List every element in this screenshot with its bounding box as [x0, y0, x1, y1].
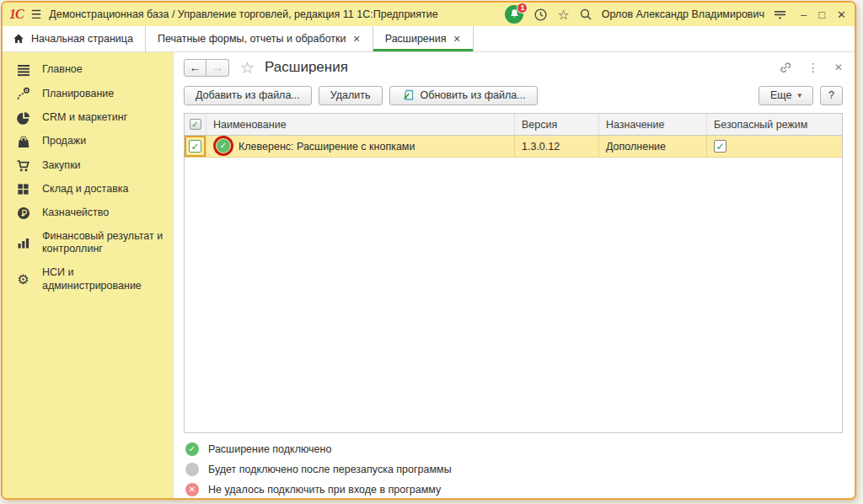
update-from-file-icon: [401, 88, 415, 102]
legend-item-pending: Будет подключено после перезапуска прогр…: [185, 461, 843, 477]
sidebar-item-sales[interactable]: Продажи: [3, 130, 173, 153]
extensions-table: ✓ Наименование Версия Назначение Безопас…: [184, 113, 843, 433]
row-name-cell[interactable]: ✓ Клеверенс: Расширение с кнопками: [206, 136, 515, 157]
sidebar-item-label: Главное: [42, 63, 83, 77]
back-button[interactable]: ←: [184, 59, 206, 77]
tab-close-icon[interactable]: ✕: [353, 34, 361, 45]
close-panel-icon[interactable]: ✕: [834, 62, 843, 73]
status-legend: ✓ Расширение подключено Будет подключено…: [174, 433, 855, 497]
tab-print-forms[interactable]: Печатные формы, отчеты и обработки ✕: [146, 26, 373, 51]
sidebar-item-admin[interactable]: ⚙ НСИ и администрирование: [3, 261, 173, 298]
select-all-checkbox-icon: ✓: [190, 119, 201, 130]
sidebar-item-planning[interactable]: Планирование: [3, 82, 173, 106]
tab-home-label: Начальная страница: [31, 33, 133, 45]
home-icon: [13, 33, 24, 45]
list-icon: [15, 63, 31, 77]
sidebar-item-label: Закупки: [42, 159, 81, 173]
annotation-circle: [213, 136, 233, 156]
pie-chart-icon: [15, 111, 31, 125]
sidebar-item-purchases[interactable]: Закупки: [3, 153, 173, 178]
sections-sidebar: Главное Планирование CRM и маркетинг Про…: [3, 52, 173, 498]
update-from-file-button[interactable]: Обновить из файла...: [389, 86, 538, 105]
row-version-cell[interactable]: 1.3.0.12: [515, 136, 599, 157]
ruble-circle-icon: [15, 206, 31, 220]
close-window-button[interactable]: ✕: [837, 9, 846, 20]
column-header-name[interactable]: Наименование: [206, 114, 515, 135]
bar-chart-icon: [15, 236, 31, 249]
help-button[interactable]: ?: [820, 86, 843, 105]
sidebar-item-main[interactable]: Главное: [3, 58, 173, 82]
row-checkbox-cell[interactable]: ✓: [185, 136, 206, 157]
grid-icon: [15, 183, 31, 196]
app-body: Главное Планирование CRM и маркетинг Про…: [3, 52, 855, 498]
route-plan-icon: [15, 87, 31, 101]
table-header-row: ✓ Наименование Версия Назначение Безопас…: [185, 114, 842, 136]
legend-label: Не удалось подключить при входе в програ…: [208, 484, 441, 496]
tab-bar: Начальная страница Печатные формы, отчет…: [3, 26, 855, 52]
sidebar-item-label: НСИ и администрирование: [42, 266, 166, 292]
legend-item-failed: ✕ Не удалось подключить при входе в прог…: [185, 481, 843, 497]
window-title: Демонстрационная база / Управление торго…: [49, 8, 438, 20]
tab-extensions[interactable]: Расширения ✕: [373, 26, 474, 51]
sidebar-item-label: Казначейство: [42, 206, 109, 220]
legend-label: Расширение подключено: [208, 443, 331, 455]
select-all-header[interactable]: ✓: [185, 114, 206, 135]
main-menu-icon[interactable]: ☰: [31, 8, 42, 21]
current-user[interactable]: Орлов Александр Владимирович: [602, 8, 764, 20]
row-status: ✓: [217, 139, 231, 153]
sidebar-item-label: Планирование: [42, 88, 114, 101]
service-menu-icon[interactable]: [774, 8, 786, 20]
history-button[interactable]: [533, 8, 548, 22]
minimize-button[interactable]: –: [801, 9, 807, 20]
safe-mode-checkbox[interactable]: ✓: [714, 140, 726, 153]
notifications-button[interactable]: 1: [505, 5, 524, 24]
sidebar-item-label: Продажи: [42, 135, 86, 148]
status-pending-icon: [185, 463, 199, 476]
shopping-cart-icon: [15, 158, 31, 173]
gear-icon: ⚙: [15, 271, 31, 288]
column-header-version[interactable]: Версия: [515, 114, 599, 135]
add-from-file-button[interactable]: Добавить из файла...: [184, 86, 312, 105]
column-header-safe-mode[interactable]: Безопасный режим: [707, 114, 842, 135]
app-window: 1С ☰ Демонстрационная база / Управление …: [1, 1, 856, 500]
delete-button[interactable]: Удалить: [319, 86, 383, 105]
shopping-bag-icon: [15, 135, 31, 148]
notification-badge: 1: [517, 3, 528, 13]
sidebar-item-crm[interactable]: CRM и маркетинг: [3, 106, 173, 130]
favorites-button[interactable]: ☆: [557, 7, 569, 23]
row-active-checkbox[interactable]: ✓: [189, 140, 201, 153]
toolbar: Добавить из файла... Удалить Обновить из…: [174, 83, 855, 108]
update-from-file-label: Обновить из файла...: [421, 89, 526, 101]
sidebar-item-label: Финансовый результат и контроллинг: [42, 230, 166, 256]
maximize-button[interactable]: □: [818, 9, 825, 20]
sidebar-item-label: CRM и маркетинг: [42, 111, 127, 125]
tab-close-icon[interactable]: ✕: [453, 34, 460, 45]
1c-logo: 1С: [9, 7, 24, 22]
sidebar-item-finance[interactable]: Финансовый результат и контроллинг: [3, 225, 173, 261]
tab-label: Расширения: [385, 33, 447, 45]
legend-item-connected: ✓ Расширение подключено: [185, 441, 843, 457]
panel-header: ← → ☆ Расширения ⋮ ✕: [174, 52, 855, 83]
row-purpose-cell[interactable]: Дополнение: [599, 136, 707, 157]
forward-button[interactable]: →: [206, 59, 229, 77]
status-connected-icon: ✓: [185, 442, 199, 456]
page-title: Расширения: [265, 59, 348, 76]
tab-home[interactable]: Начальная страница: [3, 26, 146, 51]
search-button[interactable]: [579, 8, 592, 21]
panel-header-actions: ⋮ ✕: [779, 61, 843, 74]
extensions-panel: ← → ☆ Расширения ⋮ ✕ Добавить из файла..…: [173, 52, 855, 498]
column-header-purpose[interactable]: Назначение: [599, 114, 707, 135]
sidebar-item-warehouse[interactable]: Склад и доставка: [3, 178, 173, 201]
more-actions-kebab-icon[interactable]: ⋮: [807, 61, 819, 74]
add-to-favorites-star-icon[interactable]: ☆: [240, 58, 255, 78]
window-controls: – □ ✕: [801, 9, 846, 20]
more-label: Еще: [770, 89, 791, 101]
more-button[interactable]: Еще ▾: [758, 86, 813, 105]
tab-label: Печатные формы, отчеты и обработки: [158, 33, 346, 45]
status-failed-icon: ✕: [185, 483, 199, 496]
extension-name: Клеверенс: Расширение с кнопками: [239, 141, 415, 153]
table-row[interactable]: ✓ ✓ Клеверенс: Расширение с кнопками 1.3…: [185, 136, 842, 158]
get-link-icon[interactable]: [779, 61, 792, 74]
row-safe-mode-cell[interactable]: ✓: [707, 136, 842, 157]
sidebar-item-treasury[interactable]: Казначейство: [3, 201, 173, 225]
